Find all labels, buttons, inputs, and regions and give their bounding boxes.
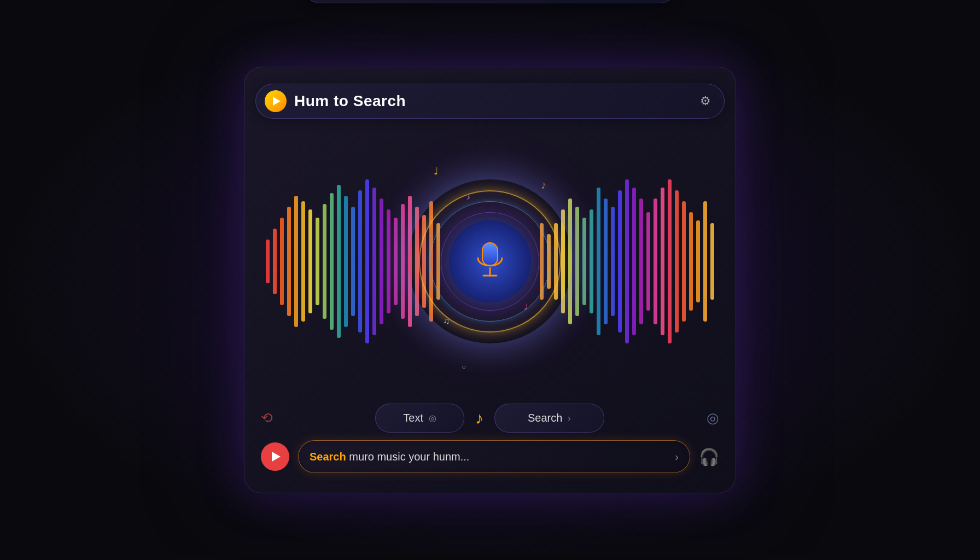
svg-rect-10: [337, 185, 341, 338]
eye-icon-right: ◎: [707, 410, 719, 427]
svg-rect-35: [611, 207, 615, 316]
search-input-bar[interactable]: Search muro music your hunm... ›: [298, 440, 690, 473]
svg-rect-43: [668, 179, 672, 343]
svg-rect-34: [604, 199, 608, 324]
music-note-4: ♪: [541, 179, 546, 191]
search-btn-chevron: ›: [568, 413, 570, 423]
svg-rect-31: [582, 218, 586, 305]
music-note-5: ♩: [524, 302, 528, 311]
header-bar: Hum to Search ⚙: [255, 84, 725, 119]
svg-rect-32: [590, 209, 593, 313]
svg-rect-46: [689, 212, 693, 311]
mic-icon[interactable]: [475, 242, 505, 281]
svg-rect-1: [273, 229, 277, 294]
svg-rect-41: [654, 199, 657, 324]
svg-rect-36: [618, 190, 622, 332]
svg-rect-11: [344, 196, 348, 327]
gear-icon[interactable]: ⚙: [696, 91, 715, 111]
text-btn-icon: ◎: [429, 413, 436, 423]
button-row-wrapper: ⟲ Text ◎ ♪ Search › ◎: [261, 404, 719, 433]
svg-rect-8: [323, 204, 326, 319]
svg-rect-37: [625, 179, 629, 343]
svg-rect-17: [387, 209, 390, 313]
search-input-display: Search muro music your hunm...: [310, 451, 669, 463]
svg-rect-0: [266, 240, 270, 283]
svg-rect-7: [316, 218, 319, 305]
content-area: Searmon hmmm gmfe Mucbor HU 🔍 16vrune ul…: [244, 67, 736, 493]
svg-rect-5: [301, 201, 305, 322]
svg-rect-47: [696, 220, 700, 302]
text-button-label: Text: [403, 412, 423, 424]
music-note-6: ○: [462, 363, 466, 371]
svg-rect-14: [365, 179, 369, 343]
search-button[interactable]: Search ›: [494, 404, 604, 433]
svg-rect-18: [394, 218, 398, 305]
svg-rect-16: [380, 199, 383, 324]
text-button[interactable]: Text ◎: [375, 404, 464, 433]
bottom-section: ⟲ Text ◎ ♪ Search › ◎: [255, 404, 725, 482]
main-container: Searmon hmmm gmfe Mucbor HU 🔍 16vrune ul…: [244, 67, 736, 493]
svg-rect-42: [661, 188, 664, 335]
svg-rect-4: [294, 196, 298, 327]
svg-rect-38: [632, 188, 636, 335]
svg-rect-2: [280, 218, 284, 305]
swirl-icon-left: ⟲: [261, 410, 273, 427]
search-bar-wrapper: Search muro music your hunm... › 🎧: [261, 440, 719, 473]
music-note-1: ♩: [434, 165, 438, 177]
svg-rect-44: [675, 190, 679, 332]
svg-rect-12: [351, 207, 355, 316]
svg-rect-9: [330, 193, 334, 330]
mic-glow: [402, 174, 578, 349]
svg-rect-6: [308, 209, 312, 313]
music-note-2: ♪: [466, 192, 470, 201]
header-title: Hum to Search: [294, 92, 688, 110]
youtube-topbar: ☰ YouTube 🔍 ⋮: [304, 0, 676, 3]
svg-rect-13: [358, 190, 362, 332]
arrow-icon: ›: [675, 451, 679, 463]
svg-rect-48: [703, 201, 707, 322]
visualization-area: ♩ ♪ ♫ ♪ ♩ ○: [255, 124, 725, 398]
svg-rect-45: [682, 201, 686, 322]
svg-rect-33: [597, 188, 600, 335]
svg-rect-49: [710, 223, 714, 300]
music-note-divider: ♪: [475, 409, 483, 428]
svg-rect-50: [482, 243, 498, 266]
play-button-header[interactable]: [265, 90, 287, 112]
svg-rect-3: [287, 207, 291, 316]
svg-rect-15: [372, 188, 376, 335]
svg-rect-39: [639, 199, 643, 324]
search-highlight: Search: [310, 451, 346, 463]
music-note-3: ♫: [443, 316, 450, 326]
search-button-label: Search: [528, 412, 562, 424]
search-rest: muro music your hunm...: [346, 451, 470, 463]
headphone-icon: 🎧: [699, 447, 719, 466]
play-button-bottom[interactable]: [261, 442, 289, 471]
svg-rect-40: [646, 212, 650, 311]
